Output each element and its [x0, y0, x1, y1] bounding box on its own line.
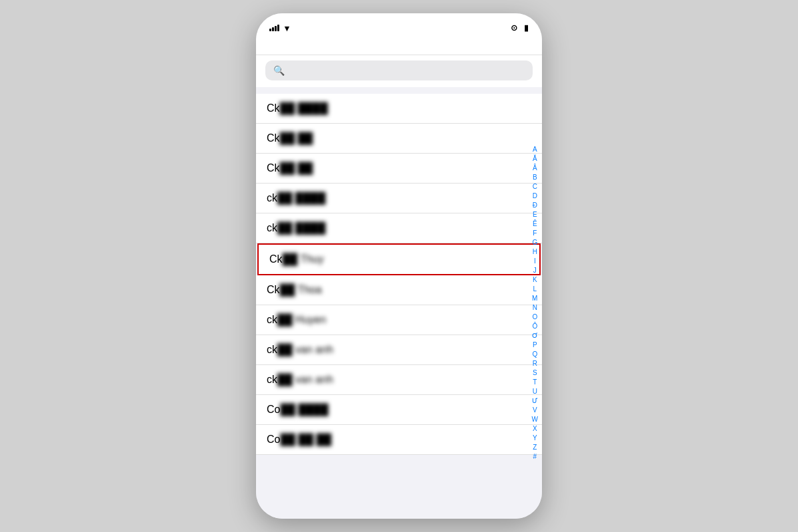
- contact-name: Ck██ ████: [267, 102, 328, 114]
- contact-item[interactable]: Ck██ ██: [256, 124, 542, 154]
- contacts-container: Ck██ ████Ck██ ██Ck██ ██ck██ ████ck██ ███…: [256, 94, 542, 455]
- main-content: 🔍 Ck██ ████Ck██ ██Ck██ ██ck██ ████ck██ █…: [256, 43, 542, 519]
- contact-item[interactable]: ck██ van anh: [256, 365, 542, 395]
- contact-prefix: Ck: [269, 253, 283, 265]
- contact-item[interactable]: Ck██ ████: [256, 94, 542, 124]
- contact-prefix: Ck: [267, 102, 280, 114]
- index-letter[interactable]: Q: [531, 350, 539, 358]
- contact-prefix: Co: [267, 404, 280, 415]
- index-letter[interactable]: K: [531, 275, 539, 284]
- search-icon: 🔍: [273, 65, 285, 76]
- index-letter[interactable]: M: [531, 294, 539, 303]
- contact-prefix: ck: [267, 344, 277, 355]
- contact-rest: ██ ██: [280, 162, 313, 174]
- contact-prefix: Co: [267, 434, 280, 445]
- contact-name: Co██ ██ ██: [267, 434, 331, 445]
- index-bar[interactable]: AĂÂBCDĐEÊFGHIJKLMNOÔƠPQRSTUƯVWXYZ#: [531, 87, 539, 519]
- search-bar-container: 🔍: [256, 55, 542, 87]
- index-letter[interactable]: Ơ: [531, 331, 539, 340]
- contact-rest: ██ van anh: [277, 374, 333, 386]
- location-icon: ⊙: [511, 23, 517, 33]
- contact-item[interactable]: ck██ van anh: [256, 335, 542, 365]
- contact-name: ck██ van anh: [267, 344, 333, 355]
- contact-rest: ██ Thuy: [283, 253, 324, 265]
- index-letter[interactable]: O: [531, 313, 539, 321]
- index-letter[interactable]: Â: [531, 164, 539, 172]
- index-letter[interactable]: Ô: [531, 322, 539, 331]
- nav-bar: [256, 43, 542, 55]
- status-right: ⊙ ▮: [511, 23, 529, 33]
- phone-frame: ▾ ⊙ ▮ 🔍 Ck██ ████Ck██ ██Ck██ ██ck██ ██: [256, 13, 542, 519]
- index-letter[interactable]: Ă: [531, 154, 539, 163]
- contact-item[interactable]: Ck██ Thuy: [257, 243, 541, 275]
- contact-rest: ██ ████: [277, 222, 325, 234]
- index-letter[interactable]: J: [532, 266, 538, 275]
- index-letter[interactable]: N: [531, 303, 539, 312]
- index-letter[interactable]: L: [531, 285, 538, 293]
- contact-prefix: ck: [267, 374, 277, 385]
- contact-item[interactable]: ck██ ████: [256, 184, 542, 213]
- index-letter[interactable]: Ê: [531, 219, 539, 228]
- index-letter[interactable]: U: [531, 387, 539, 396]
- index-letter[interactable]: F: [531, 229, 538, 237]
- index-letter[interactable]: C: [531, 182, 539, 191]
- index-letter[interactable]: D: [531, 192, 539, 200]
- contact-name: Ck██ Thoa: [267, 284, 322, 295]
- contact-name: Ck██ ██: [267, 162, 313, 174]
- wifi-icon: ▾: [285, 23, 289, 33]
- index-letter[interactable]: S: [531, 368, 539, 377]
- contact-name: Co██ ████: [267, 404, 329, 415]
- index-letter[interactable]: V: [531, 406, 539, 414]
- contact-rest: ██ Huyen: [277, 314, 326, 326]
- contact-item[interactable]: Ck██ ██: [256, 154, 542, 184]
- contact-name: ck██ ████: [267, 192, 325, 203]
- index-letter[interactable]: I: [533, 257, 537, 265]
- index-letter[interactable]: Đ: [531, 201, 539, 209]
- contact-rest: ██ ████: [280, 102, 328, 114]
- search-bar[interactable]: 🔍: [265, 61, 533, 80]
- contact-rest: ██ ██ ██: [280, 434, 331, 446]
- contact-name: Ck██ Thuy: [269, 253, 324, 265]
- contact-item[interactable]: Co██ ██ ██: [256, 425, 542, 455]
- section-header-c: [256, 87, 542, 94]
- contact-prefix: Ck: [267, 132, 280, 144]
- index-letter[interactable]: E: [531, 210, 539, 219]
- index-letter[interactable]: H: [531, 247, 539, 256]
- contact-item[interactable]: ck██ Huyen: [256, 305, 542, 335]
- contact-rest: ██ ████: [280, 404, 328, 416]
- contact-name: ck██ ████: [267, 222, 325, 233]
- contact-item[interactable]: Co██ ████: [256, 395, 542, 425]
- signal-bars: [269, 25, 279, 31]
- index-letter[interactable]: B: [531, 173, 539, 182]
- index-letter[interactable]: T: [531, 378, 538, 386]
- index-letter[interactable]: P: [531, 340, 539, 349]
- index-letter[interactable]: W: [531, 415, 539, 424]
- contact-prefix: ck: [267, 192, 277, 203]
- status-bar: ▾ ⊙ ▮: [256, 13, 542, 43]
- contact-name: ck██ van anh: [267, 374, 333, 385]
- index-letter[interactable]: Z: [531, 443, 538, 452]
- index-letter[interactable]: A: [531, 145, 539, 154]
- status-left: ▾: [269, 23, 289, 33]
- index-letter[interactable]: R: [531, 359, 539, 368]
- contact-prefix: ck: [267, 222, 277, 233]
- contact-rest: ██ Thoa: [280, 284, 322, 296]
- contact-rest: ██ van anh: [277, 344, 333, 356]
- index-letter[interactable]: Y: [531, 434, 539, 442]
- contact-prefix: ck: [267, 314, 277, 325]
- battery-icon: ▮: [524, 23, 529, 33]
- index-letter[interactable]: G: [531, 238, 539, 247]
- contact-name: ck██ Huyen: [267, 314, 326, 325]
- contact-name: Ck██ ██: [267, 132, 313, 144]
- index-letter[interactable]: Ư: [531, 396, 539, 405]
- contact-prefix: Ck: [267, 284, 280, 295]
- contact-prefix: Ck: [267, 162, 280, 174]
- index-letter[interactable]: X: [531, 424, 539, 433]
- contact-rest: ██ ████: [277, 192, 325, 204]
- contacts-list[interactable]: Ck██ ████Ck██ ██Ck██ ██ck██ ████ck██ ███…: [256, 87, 542, 519]
- contact-item[interactable]: Ck██ Thoa: [256, 275, 542, 305]
- contact-rest: ██ ██: [280, 132, 313, 144]
- index-letter[interactable]: #: [531, 452, 538, 461]
- contact-item[interactable]: ck██ ████: [256, 213, 542, 243]
